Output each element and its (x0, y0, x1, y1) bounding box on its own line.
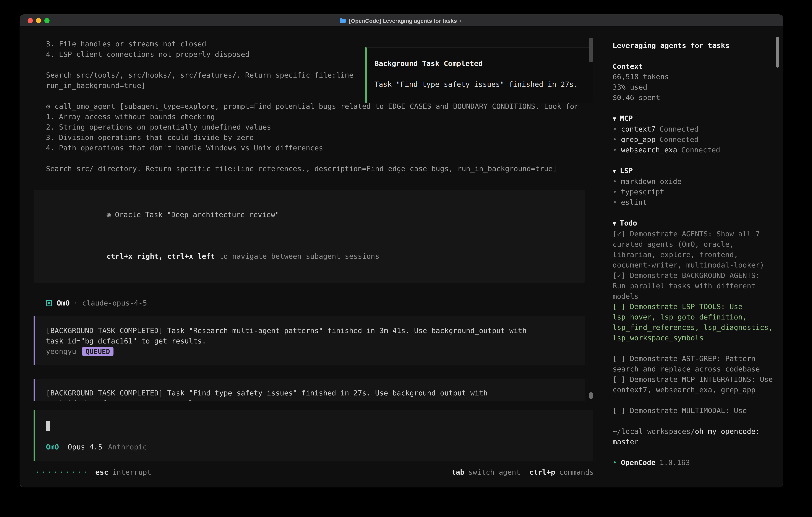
main-scrollbar-thumb[interactable] (589, 37, 593, 62)
app-name: OpenCode (621, 457, 656, 468)
window-body: 3. File handles or streams not closed 4.… (20, 27, 783, 487)
workspace-path: ~/local-workspaces/oh-my-opencode: (613, 426, 777, 437)
todo-section-header[interactable]: ▼Todo (613, 218, 777, 229)
sidebar: Leveraging agents for tasks Context 66,5… (604, 27, 783, 487)
shortcut-key: esc (95, 467, 108, 478)
mcp-name: grep_app (621, 134, 656, 145)
bullet-icon: • (613, 187, 617, 197)
input-footer: OmO Opus 4.5 Anthropic (46, 442, 593, 452)
mcp-header-label: MCP (620, 114, 633, 123)
app-version-footer: • OpenCode 1.0.163 (613, 457, 777, 468)
navigation-hint-keys: ctrl+x right, ctrl+x left (107, 252, 215, 260)
bullet-icon: • (613, 124, 617, 134)
lsp-name: typescript (621, 187, 664, 197)
agent-session-header: OmO · claude-opus-4-5 (34, 298, 585, 308)
context-spent: $0.46 spent (613, 92, 777, 103)
queued-message: [BACKGROUND TASK COMPLETED] Task "Find t… (34, 379, 585, 401)
shortcut-label: commands (559, 467, 594, 478)
window-title-text: [OpenCode] Leveraging agents for tasks (349, 18, 457, 24)
mcp-section-header[interactable]: ▼MCP (613, 113, 777, 124)
oracle-task-panel[interactable]: ◉Oracle Task "Deep architecture review" … (34, 190, 585, 283)
log-line: 3. Division operations that could divide… (34, 132, 585, 143)
lsp-item: • eslint (613, 197, 777, 208)
mcp-status: Connected (660, 124, 698, 134)
context-used: 33% used (613, 82, 777, 92)
mcp-name: context7 (621, 124, 656, 134)
bullet-icon: • (613, 176, 617, 187)
log-line: 4. Path operations that don't handle Win… (34, 143, 585, 153)
todo-item: [✓] Demonstrate AGENTS: Show all 7 curat… (613, 229, 777, 270)
bullet-icon: • (613, 197, 617, 208)
context-header: Context (613, 61, 777, 72)
traffic-lights (20, 18, 50, 23)
log-line (34, 153, 585, 164)
chevron-down-icon: ▼ (613, 220, 616, 227)
workspace-path-prefix: ~/local-workspaces/ (613, 427, 695, 435)
todo-item: [ ] Demonstrate LSP TOOLS: Use lsp_hover… (613, 301, 777, 343)
message-text: task_id="bg_dcfac161" to get results. (46, 336, 574, 346)
lsp-name: eslint (621, 197, 647, 208)
lsp-header-label: LSP (620, 166, 633, 175)
message-text: [BACKGROUND TASK COMPLETED] Task "Find t… (46, 388, 574, 398)
status-badge: QUEUED (82, 347, 114, 356)
session-log: 3. File handles or streams not closed 4.… (20, 27, 604, 401)
title-bar: [OpenCode] Leveraging agents for tasks ◐ (20, 15, 783, 27)
shortcut-interrupt: esc interrupt (95, 467, 151, 478)
log-line: Search src/ directory. Return specific f… (34, 164, 585, 174)
chevron-down-icon: ▼ (613, 167, 616, 175)
prompt-input[interactable]: OmO Opus 4.5 Anthropic (34, 410, 593, 461)
shortcut-commands: ctrl+p commands (529, 467, 594, 478)
session-title: Leveraging agents for tasks (613, 40, 777, 51)
todo-item: [ ] Demonstrate MULTIMODAL: Use (613, 405, 777, 416)
activity-spinner: ········· (35, 467, 89, 478)
separator-dot: · (74, 298, 78, 308)
app-version: 1.0.163 (660, 457, 690, 468)
workspace-repo: oh-my-opencode: (695, 427, 760, 435)
bullet-icon: • (613, 457, 617, 468)
message-text: [BACKGROUND TASK COMPLETED] Task "Resear… (46, 325, 574, 336)
lsp-section-header[interactable]: ▼LSP (613, 166, 777, 176)
sidebar-scrollbar-thumb[interactable] (776, 37, 779, 67)
window-title: [OpenCode] Leveraging agents for tasks ◐ (20, 15, 783, 26)
todo-header-label: Todo (620, 219, 637, 227)
mcp-item: • websearch_exa Connected (613, 145, 777, 155)
close-button[interactable] (28, 18, 33, 23)
zoom-button[interactable] (45, 18, 50, 23)
main-scrollbar-marker[interactable] (589, 392, 593, 399)
log-line: 1. Array access without bounds checking (34, 112, 585, 122)
half-moon-icon: ◐ (460, 18, 463, 24)
background-task-toast[interactable]: Background Task Completed Task "Find typ… (365, 47, 593, 103)
current-agent-label: OmO (46, 442, 59, 452)
lsp-item: • typescript (613, 187, 777, 197)
toast-title: Background Task Completed (374, 58, 592, 69)
minimize-button[interactable] (36, 18, 41, 23)
app-window: [OpenCode] Leveraging agents for tasks ◐… (20, 15, 783, 487)
mcp-item: • context7 Connected (613, 124, 777, 134)
agent-model: claude-opus-4-5 (82, 298, 147, 308)
agent-icon (46, 300, 52, 306)
mcp-status: Connected (660, 134, 698, 145)
current-model-label: Opus 4.5 (68, 442, 102, 452)
chevron-down-icon: ▼ (613, 115, 616, 123)
context-tokens: 66,518 tokens (613, 72, 777, 82)
mcp-status: Connected (681, 145, 720, 155)
fisheye-icon: ◉ (107, 210, 111, 219)
screen: [OpenCode] Leveraging agents for tasks ◐… (0, 0, 812, 517)
queued-message: [BACKGROUND TASK COMPLETED] Task "Resear… (34, 316, 585, 365)
shortcut-key: ctrl+p (529, 467, 555, 478)
log-line: 2. String operations on potentially unde… (34, 122, 585, 132)
status-left: ········· esc interrupt (35, 467, 151, 478)
shortcut-label: switch agent (468, 467, 520, 478)
agent-name: OmO (57, 298, 70, 308)
current-provider-label: Anthropic (108, 442, 147, 452)
message-text: task_id="bg_6f59260c" to get results. (46, 398, 574, 401)
workspace-branch: master (613, 437, 777, 447)
shortcut-switch-agent: tab switch agent (452, 467, 520, 478)
status-bar: ········· esc interrupt tab switch agent… (20, 461, 604, 487)
toast-body: Task "Find type safety issues" finished … (374, 79, 592, 89)
lsp-item: • markdown-oxide (613, 176, 777, 187)
bullet-icon: • (613, 134, 617, 145)
status-right: tab switch agent ctrl+p commands (452, 467, 594, 478)
shortcut-label: interrupt (112, 467, 151, 478)
navigation-hint-text: to navigate between subagent sessions (215, 252, 379, 260)
